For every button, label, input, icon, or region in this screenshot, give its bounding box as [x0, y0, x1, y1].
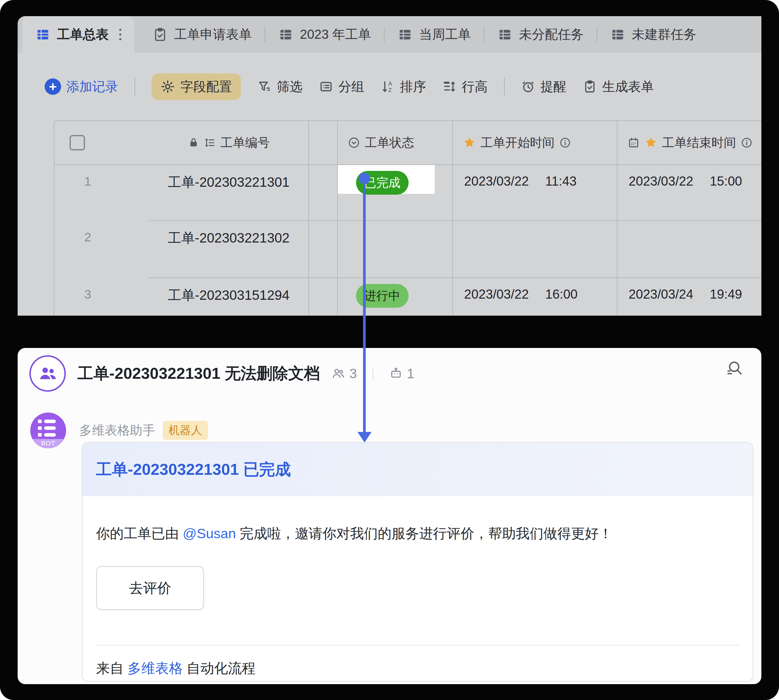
- bot-count[interactable]: 1: [389, 365, 414, 382]
- card-footer: 来自 多维表格 自动化流程: [96, 659, 739, 678]
- card-header: 工单-202303221301 已完成: [83, 443, 752, 496]
- group-avatar: [29, 355, 66, 392]
- chat-search-icon[interactable]: [725, 359, 744, 379]
- lock-icon: [188, 137, 199, 148]
- tab-week-orders[interactable]: 当周工单: [385, 16, 484, 53]
- people-icon: [38, 364, 57, 383]
- group-list-icon: [319, 80, 333, 94]
- cell-status[interactable]: 已完成: [338, 165, 453, 221]
- cell-start-time[interactable]: 2023/03/22 16:00: [453, 278, 617, 316]
- tab-more-icon[interactable]: [119, 29, 121, 40]
- column-header-start-time[interactable]: 工单开始时间: [453, 121, 617, 165]
- tab-label: 当周工单: [419, 26, 471, 43]
- cell-start-time[interactable]: 2023/03/22 11:43: [453, 165, 617, 221]
- card-text: 你的工单已由 @Susan 完成啦，邀请你对我们的服务进行评价，帮助我们做得更好…: [96, 524, 739, 543]
- meta-divider: [373, 367, 374, 380]
- message-card: 工单-202303221301 已完成 你的工单已由 @Susan 完成啦，邀请…: [82, 442, 754, 682]
- cell-end-time[interactable]: [617, 221, 761, 278]
- tab-label: 工单申请表单: [174, 26, 252, 43]
- toolbar-divider: [135, 78, 135, 96]
- cell-start-time[interactable]: [453, 221, 617, 278]
- row-number[interactable]: 3: [54, 278, 149, 316]
- sender-row: 多维表格助手 机器人: [79, 421, 208, 440]
- bitable-panel: 工单总表 工单申请表单 2023 年工单 当周工: [18, 16, 761, 316]
- remind-button[interactable]: 提醒: [521, 78, 566, 95]
- cell-status[interactable]: [338, 221, 453, 278]
- row-number[interactable]: 2: [54, 221, 149, 278]
- column-header-hidden[interactable]: [309, 121, 338, 165]
- tab-label: 未分配任务: [519, 26, 584, 43]
- tab-worklist-total[interactable]: 工单总表: [22, 16, 134, 53]
- svg-text:Z: Z: [388, 87, 392, 93]
- tab-label: 未建群任务: [632, 26, 696, 43]
- gear-icon: [160, 79, 175, 94]
- chat-panel: 工单-202303221301 无法删除文档 3 1: [18, 348, 761, 684]
- star-icon: [463, 136, 476, 149]
- bitable-rows-icon: [38, 420, 56, 437]
- grid-table-icon: [610, 27, 626, 42]
- grid-table-icon: [397, 27, 413, 42]
- grid-table-icon: [35, 27, 50, 42]
- grid-table-icon: [278, 27, 294, 42]
- tab-2023-orders[interactable]: 2023 年工单: [265, 16, 384, 53]
- alarm-clock-icon: [521, 80, 535, 94]
- form-clipboard-icon: [583, 80, 597, 94]
- arrow-head-icon: [357, 432, 372, 442]
- toolbar-divider: [504, 78, 505, 96]
- cell-end-time[interactable]: 2023/03/24 19:49: [617, 278, 761, 316]
- cell-work-order-id[interactable]: 工单-202303221301: [149, 165, 309, 221]
- column-header-work-order-id[interactable]: 工单编号: [149, 121, 309, 165]
- card-divider: [96, 645, 739, 646]
- checkbox[interactable]: [70, 135, 85, 150]
- header-select-all[interactable]: [54, 121, 149, 165]
- cell-end-time[interactable]: 2023/03/22 15:00: [617, 165, 761, 221]
- cell-hidden[interactable]: [309, 278, 338, 316]
- mention-link[interactable]: @Susan: [183, 526, 236, 541]
- tab-unassigned[interactable]: 未分配任务: [484, 16, 597, 53]
- group-button[interactable]: 分组: [319, 78, 364, 95]
- tab-label: 工单总表: [57, 26, 109, 43]
- svg-text:A: A: [388, 80, 392, 87]
- star-icon: [644, 136, 657, 149]
- tab-label: 2023 年工单: [300, 26, 371, 43]
- plus-circle-icon: +: [45, 78, 61, 95]
- filter-button[interactable]: 筛选: [257, 78, 302, 95]
- generate-form-button[interactable]: 生成表单: [583, 78, 654, 95]
- chat-header: 工单-202303221301 无法删除文档 3 1: [29, 352, 750, 395]
- bot-avatar: BOT: [30, 413, 66, 448]
- form-clipboard-icon: [152, 27, 168, 42]
- sort-az-icon: AZ: [381, 80, 395, 94]
- row-height-icon: [442, 80, 457, 94]
- table-toolbar: + 添加记录 字段配置 筛选 分组: [18, 53, 761, 120]
- row-number[interactable]: 1: [54, 165, 149, 221]
- worklist-table: 工单编号 工单状态 工单开始时间: [54, 120, 761, 316]
- row-height-button[interactable]: 行高: [442, 78, 488, 95]
- cell-hidden[interactable]: [309, 221, 338, 278]
- add-record-button[interactable]: + 添加记录: [45, 78, 118, 95]
- card-title: 工单-202303221301 已完成: [96, 459, 291, 480]
- member-count[interactable]: 3: [332, 365, 357, 382]
- info-icon[interactable]: [741, 137, 752, 148]
- calendar-icon: [627, 137, 640, 149]
- robot-badge: 机器人: [163, 421, 208, 440]
- sort-button[interactable]: AZ 排序: [381, 78, 426, 95]
- card-body: 你的工单已由 @Susan 完成啦，邀请你对我们的服务进行评价，帮助我们做得更好…: [83, 524, 752, 678]
- cell-hidden[interactable]: [309, 165, 338, 221]
- chat-title: 工单-202303221301 无法删除文档: [78, 363, 320, 384]
- go-rate-button[interactable]: 去评价: [96, 566, 204, 610]
- bitable-link[interactable]: 多维表格: [127, 660, 183, 676]
- field-config-button[interactable]: 字段配置: [152, 73, 241, 100]
- cell-work-order-id[interactable]: 工单-202303221302: [149, 221, 309, 278]
- cell-work-order-id[interactable]: 工单-202303151294: [149, 278, 309, 316]
- column-header-end-time[interactable]: 工单结束时间: [617, 121, 761, 165]
- people-icon: [332, 367, 345, 380]
- tab-request-form[interactable]: 工单申请表单: [140, 16, 265, 53]
- cell-status[interactable]: 进行中: [338, 278, 453, 316]
- tab-no-group[interactable]: 未建群任务: [597, 16, 709, 53]
- column-header-status[interactable]: 工单状态: [338, 121, 453, 165]
- info-icon[interactable]: [559, 137, 571, 148]
- robot-icon: [389, 367, 403, 380]
- auto-number-icon: [204, 137, 216, 148]
- screenshot-frame: 工单总表 工单申请表单 2023 年工单 当周工: [0, 0, 779, 700]
- bot-label: BOT: [30, 439, 66, 448]
